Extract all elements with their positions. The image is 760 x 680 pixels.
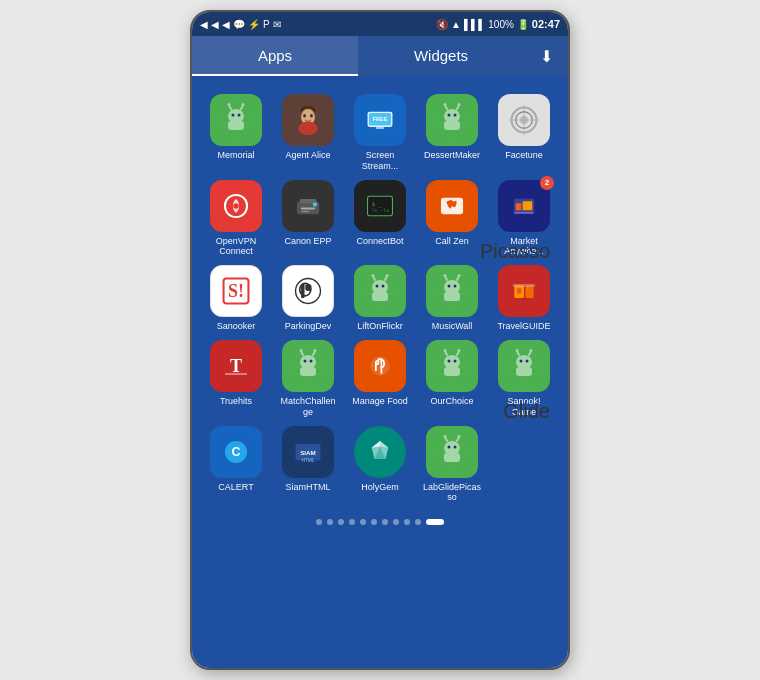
market-anywhere-badge: 2 — [540, 176, 554, 190]
svg-point-89 — [304, 359, 307, 362]
svg-point-132 — [454, 445, 457, 448]
app-connectbot[interactable]: $ _ ls -la ConnectBot — [346, 180, 414, 258]
svg-point-90 — [310, 359, 313, 362]
app-ourchoice[interactable]: OurChoice — [418, 340, 486, 418]
svg-point-110 — [520, 359, 523, 362]
nav-icon-1: ◀ — [200, 19, 208, 30]
app-truehits[interactable]: T Truehits — [202, 340, 270, 418]
svg-point-136 — [444, 435, 447, 438]
svg-point-7 — [228, 103, 231, 106]
app-agent-alice[interactable]: Agent Alice — [274, 94, 342, 172]
tab-apps[interactable]: Apps — [192, 36, 358, 76]
calert-icon: C — [210, 426, 262, 478]
dot-5[interactable] — [371, 519, 377, 525]
app-dessertmaker[interactable]: DessertMaker — [418, 94, 486, 172]
call-zen-icon — [426, 180, 478, 232]
app-canon-epp[interactable]: Canon EPP — [274, 180, 342, 258]
openvpn-icon — [210, 180, 262, 232]
svg-text:SIAM: SIAM — [300, 448, 316, 455]
app-liftonflickr[interactable]: LiftOnFlickr — [346, 265, 414, 332]
svg-point-13 — [310, 114, 313, 117]
status-bar: ◀ ◀ ◀ 💬 ⚡ P ✉ 🔇 ▲ ▌▌▌ 100% 🔋 02:47 — [192, 12, 568, 36]
mute-icon: 🔇 — [436, 19, 448, 30]
svg-rect-74 — [444, 292, 460, 301]
svg-point-101 — [448, 359, 451, 362]
dot-4[interactable] — [360, 519, 366, 525]
ourchoice-icon — [426, 340, 478, 392]
status-time: 02:47 — [532, 18, 560, 30]
svg-text:T: T — [230, 356, 242, 376]
facetune-icon — [498, 94, 550, 146]
app-facetune[interactable]: Facetune — [490, 94, 558, 172]
app-sanooker[interactable]: S! Sanooker — [202, 265, 270, 332]
svg-text:S!: S! — [228, 281, 244, 301]
app-siamhtml[interactable]: SIAM HTML SiamHTML — [274, 426, 342, 504]
dot-9[interactable] — [415, 519, 421, 525]
dot-8[interactable] — [404, 519, 410, 525]
apps-grid: Memorial — [192, 86, 568, 511]
dot-6[interactable] — [382, 519, 388, 525]
dot-10[interactable] — [426, 519, 444, 525]
svg-point-8 — [242, 103, 245, 106]
svg-point-26 — [444, 103, 447, 106]
app-screen-stream[interactable]: FREE Screen Stream... — [346, 94, 414, 172]
app-travelguide[interactable]: TravelGUIDE — [490, 265, 558, 332]
app-holygem[interactable]: HolyGem — [346, 426, 414, 504]
app-call-zen[interactable]: Call Zen — [418, 180, 486, 258]
dot-7[interactable] — [393, 519, 399, 525]
svg-point-100 — [444, 355, 460, 369]
svg-rect-91 — [300, 367, 316, 376]
svg-point-62 — [372, 280, 388, 294]
svg-point-137 — [458, 435, 461, 438]
svg-point-69 — [386, 274, 389, 277]
svg-rect-81 — [525, 286, 533, 298]
svg-rect-50 — [516, 203, 522, 210]
app-calert[interactable]: C CALERT — [202, 426, 270, 504]
manage-food-icon — [354, 340, 406, 392]
app-memorial[interactable]: Memorial — [202, 94, 270, 172]
app-parkingdev[interactable]: ParkingDev — [274, 265, 342, 332]
svg-rect-59 — [301, 284, 304, 298]
svg-point-115 — [516, 349, 519, 352]
svg-point-116 — [530, 349, 533, 352]
agent-alice-icon — [282, 94, 334, 146]
svg-point-95 — [314, 349, 317, 352]
tab-widgets[interactable]: Widgets — [358, 36, 524, 76]
nav-icon-2: ◀ — [211, 19, 219, 30]
screen-stream-icon: FREE — [354, 94, 406, 146]
dot-3[interactable] — [349, 519, 355, 525]
svg-point-131 — [448, 445, 451, 448]
battery-icon: 🔋 — [517, 19, 529, 30]
tab-bar: Apps Widgets ⬇ — [192, 36, 568, 76]
signal-icon: ▌▌▌ — [464, 19, 485, 30]
svg-rect-38 — [300, 199, 317, 203]
siamhtml-icon: SIAM HTML — [282, 426, 334, 478]
usb-icon: ⚡ — [248, 19, 260, 30]
agent-alice-label: Agent Alice — [285, 150, 330, 161]
svg-rect-112 — [516, 367, 532, 376]
app-labglidepicasso[interactable]: LabGlidePicasso — [418, 426, 486, 504]
svg-text:ls -la: ls -la — [372, 207, 390, 212]
dot-2[interactable] — [338, 519, 344, 525]
svg-rect-39 — [301, 207, 315, 209]
dot-0[interactable] — [316, 519, 322, 525]
svg-point-64 — [382, 285, 385, 288]
app-openvpn[interactable]: OpenVPN Connect — [202, 180, 270, 258]
app-musicwall[interactable]: MusicWall — [418, 265, 486, 332]
download-button[interactable]: ⬇ — [524, 36, 568, 76]
nav-icon-3: ◀ — [222, 19, 230, 30]
svg-text:HTML: HTML — [301, 457, 314, 462]
svg-point-27 — [458, 103, 461, 106]
travelguide-icon — [498, 265, 550, 317]
pinterest-icon: P — [263, 19, 270, 30]
svg-point-71 — [444, 280, 460, 294]
matchchallenge-icon — [282, 340, 334, 392]
ourchoice-label: OurChoice — [430, 396, 473, 407]
app-manage-food[interactable]: Manage Food — [346, 340, 414, 418]
siamhtml-label: SiamHTML — [285, 482, 330, 493]
dot-1[interactable] — [327, 519, 333, 525]
svg-point-20 — [444, 109, 460, 123]
app-matchchallenge[interactable]: MatchChallenge — [274, 340, 342, 418]
mail-icon: ✉ — [273, 19, 281, 30]
svg-point-111 — [526, 359, 529, 362]
